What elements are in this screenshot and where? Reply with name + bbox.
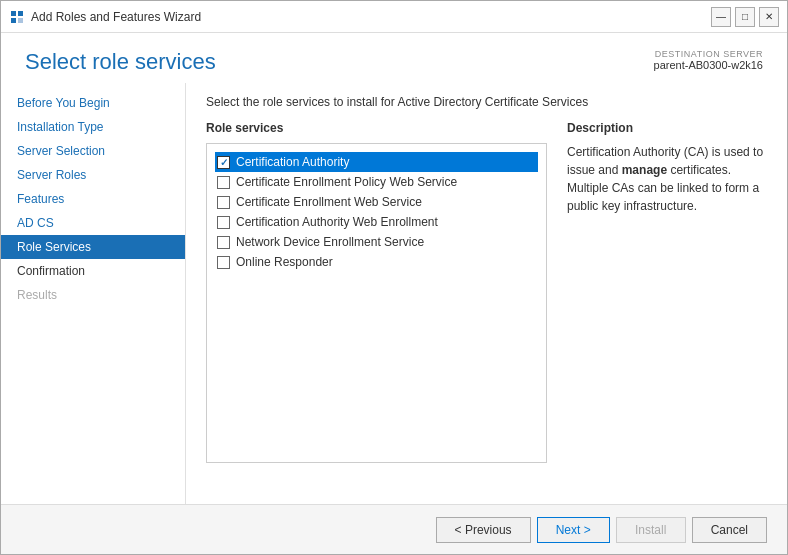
destination-server-info: DESTINATION SERVER parent-AB0300-w2k16 [654,49,763,71]
main-layout: Before You Begin Installation Type Serve… [1,83,787,504]
description-column: Description Certification Authority (CA)… [567,121,767,492]
sidebar-item-before-you-begin[interactable]: Before You Begin [1,91,185,115]
description-header: Description [567,121,767,135]
sidebar-item-server-selection[interactable]: Server Selection [1,139,185,163]
service-checkbox[interactable] [217,216,230,229]
sidebar-item-server-roles[interactable]: Server Roles [1,163,185,187]
sidebar-item-confirmation[interactable]: Confirmation [1,259,185,283]
two-col-layout: Role services Certification AuthorityCer… [206,121,767,492]
install-button[interactable]: Install [616,517,686,543]
app-icon [9,9,25,25]
role-services-column: Role services Certification AuthorityCer… [206,121,547,492]
sidebar-item-role-services[interactable]: Role Services [1,235,185,259]
close-button[interactable]: ✕ [759,7,779,27]
title-bar-controls: — □ ✕ [711,7,779,27]
service-item[interactable]: Certificate Enrollment Policy Web Servic… [215,172,538,192]
service-item[interactable]: Online Responder [215,252,538,272]
title-bar: Add Roles and Features Wizard — □ ✕ [1,1,787,33]
service-checkbox[interactable] [217,156,230,169]
header-area: Select role services DESTINATION SERVER … [1,33,787,83]
svg-rect-2 [11,18,16,23]
svg-rect-3 [18,18,23,23]
next-button[interactable]: Next > [537,517,610,543]
page-title: Select role services [25,49,216,75]
intro-text: Select the role services to install for … [206,95,767,109]
service-label: Certificate Enrollment Policy Web Servic… [236,175,457,189]
window-title: Add Roles and Features Wizard [31,10,201,24]
service-item[interactable]: Certificate Enrollment Web Service [215,192,538,212]
service-checkbox[interactable] [217,176,230,189]
title-bar-left: Add Roles and Features Wizard [9,9,201,25]
cancel-button[interactable]: Cancel [692,517,767,543]
destination-label: DESTINATION SERVER [654,49,763,59]
service-checkbox[interactable] [217,236,230,249]
svg-rect-1 [18,11,23,16]
services-list-box: Certification AuthorityCertificate Enrol… [206,143,547,463]
service-item[interactable]: Certification Authority Web Enrollment [215,212,538,232]
main-content: Select the role services to install for … [186,83,787,504]
footer: < Previous Next > Install Cancel [1,504,787,554]
sidebar: Before You Begin Installation Type Serve… [1,83,186,504]
service-label: Network Device Enrollment Service [236,235,424,249]
service-checkbox[interactable] [217,196,230,209]
svg-rect-0 [11,11,16,16]
minimize-button[interactable]: — [711,7,731,27]
service-label: Certificate Enrollment Web Service [236,195,422,209]
description-text: Certification Authority (CA) is used to … [567,143,767,215]
previous-button[interactable]: < Previous [436,517,531,543]
service-checkbox[interactable] [217,256,230,269]
service-label: Certification Authority [236,155,349,169]
service-item[interactable]: Network Device Enrollment Service [215,232,538,252]
sidebar-item-features[interactable]: Features [1,187,185,211]
service-label: Certification Authority Web Enrollment [236,215,438,229]
maximize-button[interactable]: □ [735,7,755,27]
service-item[interactable]: Certification Authority [215,152,538,172]
sidebar-item-installation-type[interactable]: Installation Type [1,115,185,139]
role-services-header: Role services [206,121,547,135]
service-label: Online Responder [236,255,333,269]
server-name: parent-AB0300-w2k16 [654,59,763,71]
sidebar-item-results: Results [1,283,185,307]
main-window: Add Roles and Features Wizard — □ ✕ Sele… [0,0,788,555]
sidebar-item-ad-cs[interactable]: AD CS [1,211,185,235]
